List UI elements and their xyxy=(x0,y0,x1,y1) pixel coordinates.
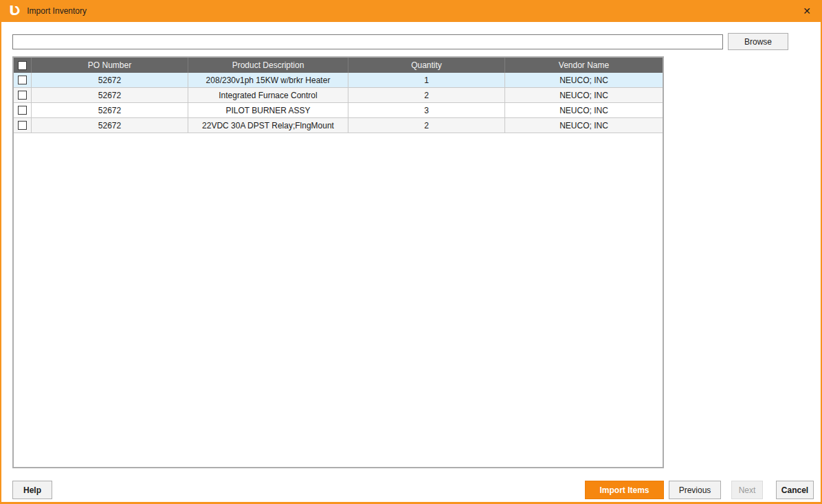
product-description-cell: Integrated Furnace Control xyxy=(188,88,348,103)
window-title: Import Inventory xyxy=(27,6,87,16)
column-header-po-number: PO Number xyxy=(32,58,188,73)
po-number-cell: 52672 xyxy=(32,118,188,133)
vendor-name-cell: NEUCO; INC xyxy=(505,103,663,118)
column-header-product-description: Product Description xyxy=(188,58,348,73)
po-number-cell: 52672 xyxy=(32,103,188,118)
title-bar: Ʋ Import Inventory ✕ xyxy=(0,0,822,22)
import-inventory-dialog: Ʋ Import Inventory ✕ Browse PO Number Pr… xyxy=(0,0,822,504)
vendor-name-cell: NEUCO; INC xyxy=(505,118,663,133)
table-row[interactable]: 52672 208/230v1ph 15KW w/brkr Heater 1 N… xyxy=(14,73,663,88)
product-description-cell: 208/230v1ph 15KW w/brkr Heater xyxy=(188,73,348,88)
column-header-quantity: Quantity xyxy=(348,58,505,73)
browse-button[interactable]: Browse xyxy=(728,33,788,50)
table-body: 52672 208/230v1ph 15KW w/brkr Heater 1 N… xyxy=(14,73,663,133)
select-all-checkbox[interactable] xyxy=(18,61,27,70)
vendor-name-cell: NEUCO; INC xyxy=(505,88,663,103)
table-row[interactable]: 52672 PILOT BURNER ASSY 3 NEUCO; INC xyxy=(14,103,663,118)
row-checkbox-cell xyxy=(14,88,32,103)
table-row[interactable]: 52672 22VDC 30A DPST Relay;FlngMount 2 N… xyxy=(14,118,663,133)
quantity-cell: 2 xyxy=(348,88,505,103)
row-checkbox-cell xyxy=(14,118,32,133)
app-logo-icon: Ʋ xyxy=(9,3,20,17)
column-header-vendor-name: Vendor Name xyxy=(505,58,663,73)
quantity-cell: 1 xyxy=(348,73,505,88)
help-button[interactable]: Help xyxy=(12,481,52,499)
row-checkbox[interactable] xyxy=(18,121,27,130)
quantity-cell: 2 xyxy=(348,118,505,133)
row-checkbox[interactable] xyxy=(18,91,27,100)
product-description-cell: 22VDC 30A DPST Relay;FlngMount xyxy=(188,118,348,133)
select-all-header-cell xyxy=(14,58,32,73)
footer-button-group: Import Items Previous Next Cancel xyxy=(585,481,814,499)
dialog-content: Browse PO Number Product Description Qua… xyxy=(1,22,821,502)
po-number-cell: 52672 xyxy=(32,73,188,88)
previous-button[interactable]: Previous xyxy=(669,481,721,499)
table-row[interactable]: 52672 Integrated Furnace Control 2 NEUCO… xyxy=(14,88,663,103)
quantity-cell: 3 xyxy=(348,103,505,118)
next-button: Next xyxy=(731,481,763,499)
table-header-row: PO Number Product Description Quantity V… xyxy=(14,58,663,73)
import-items-button[interactable]: Import Items xyxy=(585,481,664,499)
product-description-cell: PILOT BURNER ASSY xyxy=(188,103,348,118)
close-icon[interactable]: ✕ xyxy=(795,1,819,21)
import-items-table: PO Number Product Description Quantity V… xyxy=(12,56,664,468)
row-checkbox-cell xyxy=(14,103,32,118)
vendor-name-cell: NEUCO; INC xyxy=(505,73,663,88)
row-checkbox[interactable] xyxy=(18,76,27,84)
po-number-cell: 52672 xyxy=(32,88,188,103)
row-checkbox[interactable] xyxy=(18,106,27,115)
file-path-input[interactable] xyxy=(12,34,723,49)
row-checkbox-cell xyxy=(14,73,32,88)
cancel-button[interactable]: Cancel xyxy=(776,481,814,499)
